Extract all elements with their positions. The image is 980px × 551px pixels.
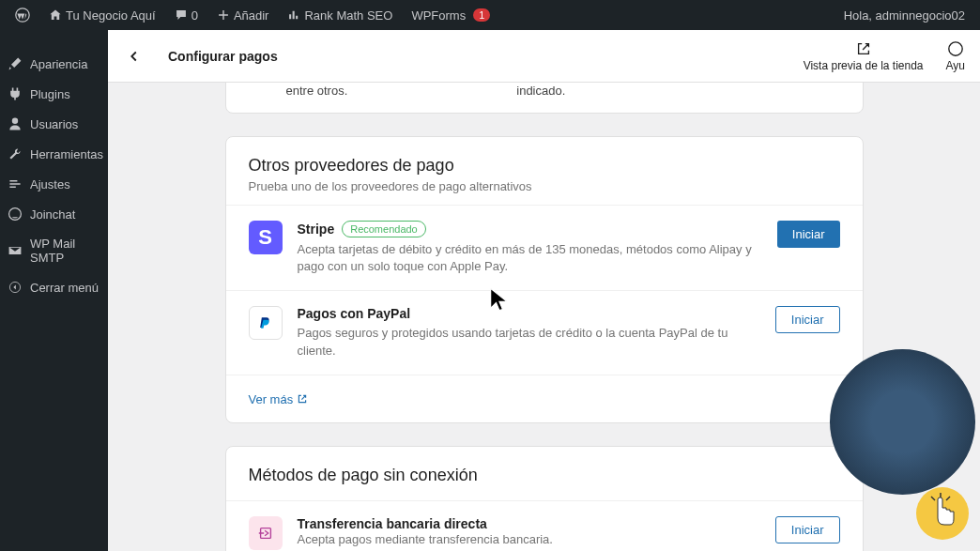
offline-methods-title: Métodos de pago sin conexión [249, 466, 840, 485]
ver-mas-row: Ver más [226, 375, 863, 422]
sidebar-item-tools[interactable]: Herramientas [0, 139, 108, 169]
ver-mas-link[interactable]: Ver más [249, 392, 309, 406]
add-label: Añadir [234, 8, 269, 23]
sidebar-item-label: Herramientas [30, 147, 103, 161]
other-providers-card: Otros proveedores de pago Prueba uno de … [225, 136, 864, 423]
chat-icon [8, 207, 23, 222]
stripe-icon: S [249, 221, 283, 254]
help-icon [947, 40, 964, 57]
header-left: Configurar pagos [123, 45, 278, 68]
paypal-name: Pagos con PayPal [298, 306, 411, 321]
rankmath-item[interactable]: Rank Math SEO [280, 8, 400, 23]
stripe-name-row: Stripe Recomendado [298, 221, 762, 237]
external-link-icon [297, 393, 308, 405]
sidebar-item-label: WP Mail SMTP [30, 237, 100, 265]
sidebar-item-settings[interactable]: Ajustes [0, 169, 108, 199]
rankmath-label: Rank Math SEO [304, 8, 392, 23]
main-content: entre otros. indicado. Otros proveedores… [108, 83, 980, 551]
other-providers-title: Otros proveedores de pago [249, 156, 840, 176]
sidebar-item-label: Ajustes [30, 177, 70, 191]
stripe-start-button[interactable]: Iniciar [777, 221, 840, 248]
wpforms-item[interactable]: WPForms 1 [404, 8, 498, 23]
wp-logo-item[interactable] [8, 8, 38, 23]
paypal-desc: Pagos seguros y protegidos usando tarjet… [298, 325, 760, 359]
bank-info: Transferencia bancaria directa Acepta pa… [298, 516, 760, 548]
preview-label: Vista previa de la tienda [804, 59, 924, 72]
help-label: Ayu [946, 59, 965, 72]
comments-item[interactable]: 0 [167, 8, 206, 23]
svg-point-1 [12, 118, 18, 124]
stripe-row: S Stripe Recomendado Acepta tarjetas de … [226, 205, 863, 290]
partial-text-2: indicado. [516, 84, 565, 98]
stripe-info: Stripe Recomendado Acepta tarjetas de dé… [298, 221, 762, 275]
offline-methods-header: Métodos de pago sin conexión [226, 447, 863, 500]
recommended-badge: Recomendado [342, 221, 426, 237]
wpforms-badge: 1 [473, 8, 490, 22]
wordpress-icon [15, 8, 30, 23]
sidebar-item-plugins[interactable]: Plugins [0, 79, 108, 109]
plus-icon [217, 8, 230, 22]
preview-store-link[interactable]: Vista previa de la tienda [804, 40, 924, 72]
ver-mas-label: Ver más [249, 392, 294, 406]
mail-icon [8, 243, 23, 258]
external-link-icon [855, 40, 872, 57]
back-button[interactable] [123, 45, 145, 68]
page-title: Configurar pagos [168, 49, 278, 64]
partial-card: entre otros. indicado. [225, 83, 864, 114]
pointer-hand-overlay [914, 485, 971, 542]
admin-sidebar: Apariencia Plugins Usuarios Herramientas… [0, 30, 108, 551]
stripe-desc: Acepta tarjetas de débito y crédito en m… [298, 241, 762, 275]
bank-transfer-icon [249, 516, 283, 550]
sidebar-item-label: Plugins [30, 87, 70, 101]
admin-bar: Tu Negocio Aquí 0 Añadir Rank Math SEO W… [0, 0, 980, 30]
chart-icon [287, 8, 300, 22]
chevron-left-icon [126, 48, 143, 65]
add-new-item[interactable]: Añadir [209, 8, 277, 23]
admin-bar-left: Tu Negocio Aquí 0 Añadir Rank Math SEO W… [8, 8, 498, 23]
site-name: Tu Negocio Aquí [66, 8, 156, 23]
sliders-icon [8, 176, 23, 191]
svg-point-4 [949, 41, 962, 54]
sidebar-item-collapse[interactable]: Cerrar menú [0, 272, 108, 302]
sidebar-item-label: Joinchat [30, 207, 75, 222]
webcam-overlay [830, 349, 975, 495]
page-header: Configurar pagos Vista previa de la tien… [108, 30, 980, 83]
paypal-icon [249, 306, 283, 340]
collapse-icon [8, 280, 23, 295]
sidebar-item-label: Cerrar menú [30, 281, 99, 295]
stripe-name: Stripe [298, 222, 335, 237]
sidebar-item-users[interactable]: Usuarios [0, 109, 108, 139]
paypal-info: Pagos con PayPal Pagos seguros y protegi… [298, 306, 760, 359]
bank-start-button[interactable]: Iniciar [775, 516, 840, 543]
greeting-item[interactable]: Hola, adminnegocio02 [836, 8, 972, 23]
svg-point-2 [9, 208, 22, 221]
sidebar-item-appearance[interactable]: Apariencia [0, 49, 108, 79]
other-providers-header: Otros proveedores de pago Prueba uno de … [226, 137, 863, 205]
user-icon [8, 116, 23, 131]
offline-methods-card: Métodos de pago sin conexión Transferenc… [225, 446, 864, 551]
brush-icon [8, 56, 23, 71]
other-providers-subtitle: Prueba uno de los proveedores de pago al… [249, 179, 840, 193]
partial-text-1: entre otros. [286, 84, 348, 98]
partial-text-row: entre otros. indicado. [226, 84, 863, 98]
home-icon [49, 8, 62, 22]
paypal-start-button[interactable]: Iniciar [775, 306, 840, 333]
comments-count: 0 [191, 8, 198, 23]
sidebar-item-wpmail[interactable]: WP Mail SMTP [0, 229, 108, 272]
site-name-item[interactable]: Tu Negocio Aquí [41, 8, 163, 23]
comment-icon [175, 8, 188, 22]
bank-transfer-row: Transferencia bancaria directa Acepta pa… [226, 500, 863, 551]
sidebar-item-joinchat[interactable]: Joinchat [0, 199, 108, 229]
paypal-name-row: Pagos con PayPal [298, 306, 760, 321]
wrench-icon [8, 146, 23, 161]
wpforms-label: WPForms [411, 8, 466, 23]
paypal-row: Pagos con PayPal Pagos seguros y protegi… [226, 290, 863, 374]
header-right: Vista previa de la tienda Ayu [804, 40, 965, 72]
greeting-text: Hola, adminnegocio02 [844, 8, 965, 23]
help-link[interactable]: Ayu [946, 40, 965, 72]
bank-desc: Acepta pagos mediante transferencia banc… [298, 531, 760, 548]
sidebar-item-label: Apariencia [30, 57, 87, 71]
bank-name: Transferencia bancaria directa [298, 516, 760, 531]
sidebar-item-label: Usuarios [30, 117, 78, 131]
plug-icon [8, 86, 23, 101]
